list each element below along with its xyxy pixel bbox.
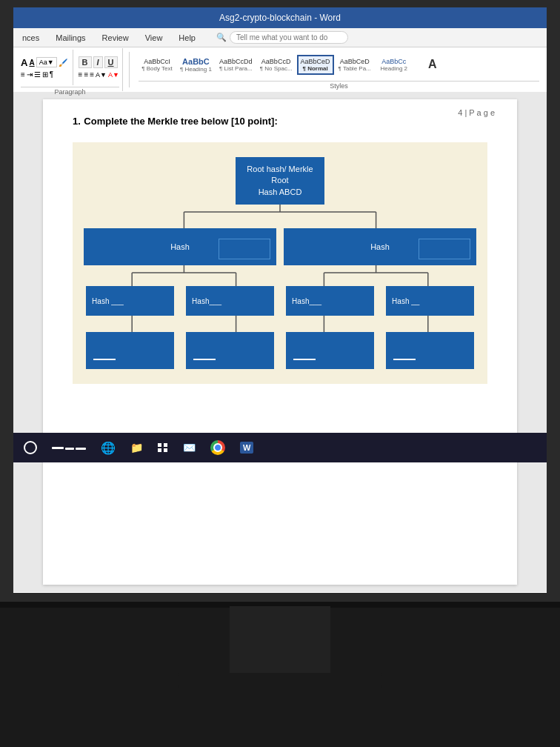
word-page: 4 | P a g e 1. Complete the Merkle tree … [43,99,517,585]
font-format-A: A [21,57,27,68]
format-icon[interactable]: ⊞ [42,70,48,79]
tab-review[interactable]: Review [99,30,132,45]
ribbon-group-styles: AaBbCcI ¶ Body Text AaBbC ¶ Heading 1 Aa… [136,48,542,91]
mail-icon: ✉️ [183,442,196,454]
style-nospac-label: ¶ No Spac... [260,65,293,72]
l2-right-inner-box [419,239,470,259]
tree-level2: Hash Hash [80,228,480,265]
divider2 [129,52,130,87]
edge-icon: 🌐 [101,441,116,455]
btn-bold[interactable]: B [79,56,92,68]
monitor: Asg2-crypto-blockchain - Word nces Maili… [0,0,560,608]
aa-button[interactable]: Aa▼ [36,57,57,67]
style-table-pa[interactable]: AaBbCeD ¶ Table Pa... [336,56,374,74]
root-line1: Root hash/ Merkle [247,164,313,175]
style-body-text[interactable]: AaBbCcI ¶ Body Text [139,56,176,74]
l2-right-wrapper: Hash [284,228,476,265]
tree-level4 [80,332,480,369]
document-title: Asg2-crypto-blockchain - Word [219,13,341,23]
root-line2: Root [247,175,313,186]
tab-mailings[interactable]: Mailings [53,30,88,45]
word-button[interactable]: W [236,439,258,456]
page-number: 4 | P a g e [458,108,495,117]
connector-svg-l3 [80,316,480,332]
style-list-preview: AaBbCcDd [219,58,253,65]
style-largeA-preview: A [428,58,437,71]
question-number: 1. [73,116,81,127]
tree-level-root: Root hash/ Merkle Root Hash ABCD [80,157,480,205]
style-body-text-label: ¶ Body Text [141,65,173,72]
ribbon-tabs: nces Mailings Review View Help 🔍 [13,28,547,47]
styles-label: Styles [139,81,539,90]
pilcrow-icon[interactable]: ¶ [50,70,53,79]
style-body-text-preview: AaBbCcI [144,58,170,65]
align-center[interactable]: ≡ [84,70,88,79]
leaf-line-0 [93,359,116,360]
page-content: 4 | P a g e 1. Complete the Merkle tree … [13,92,547,592]
node-l2-right: Hash [284,228,476,265]
search-button[interactable] [47,443,90,453]
grid-icon [158,443,168,452]
paragraph-controls: A A Aa▼ 🖌️ ≡ ⇥ ☰ ⊞ ¶ [21,50,119,85]
node-leaf-3 [386,332,474,369]
node-root: Root hash/ Merkle Root Hash ABCD [236,157,324,205]
font-color-btn[interactable]: A▼ [108,71,119,79]
search-input[interactable] [230,31,348,44]
style-no-spac[interactable]: AaBbCcD ¶ No Spac... [257,56,296,74]
l3-1-label: Hash___ [192,297,221,305]
style-heading1[interactable]: AaBbC ¶ Heading 1 [177,55,215,75]
style-tablePa-label: ¶ Table Pa... [339,65,371,72]
title-bar: Asg2-crypto-blockchain - Word [13,7,547,28]
align-right[interactable]: ≡ [90,70,94,79]
merkle-tree-container: Root hash/ Merkle Root Hash ABCD [73,142,487,384]
start-circle-icon [24,441,37,454]
style-heading2[interactable]: AaBbCc Heading 2 [376,56,413,74]
style-list-label: ¶ List Para... [219,65,253,72]
btn-italic[interactable]: I [93,56,103,68]
style-heading1-preview: AaBbC [182,57,210,66]
taskbar: 🌐 📁 ✉️ W [13,433,547,462]
leaf-line-2 [293,359,316,360]
chrome-icon [210,440,225,455]
btn-underline[interactable]: U [104,56,118,68]
style-tablePa-preview: AaBbCeD [340,58,370,65]
mail-button[interactable]: ✉️ [179,439,200,456]
highlight-btn[interactable]: A▼ [96,71,107,79]
tab-view[interactable]: View [142,30,166,45]
l3-0-label: Hash ___ [92,297,124,305]
style-large-A[interactable]: A [414,56,451,73]
style-normal[interactable]: AaBbCeD ¶ Normal [297,55,334,75]
paragraph-label: Paragraph [21,87,119,96]
ribbon-group-paragraph: A A Aa▼ 🖌️ ≡ ⇥ ☰ ⊞ ¶ [18,48,123,91]
indent-icon[interactable]: ⇥ [27,70,33,79]
align-left[interactable]: ≡ [79,70,83,79]
tab-help[interactable]: Help [176,30,199,45]
connector-l3-l4 [80,316,480,332]
tree-level3: Hash ___ Hash___ Hash___ Hash __ [80,286,480,316]
monitor-stand [230,606,330,673]
question-body: Complete the Merkle tree below [10 point… [84,116,278,127]
monitor-stand-base [178,673,382,688]
align-icon[interactable]: ≡ [21,70,25,79]
l2-right-label: Hash [370,242,390,251]
chrome-button[interactable] [206,437,230,458]
node-l3-3: Hash __ [386,286,474,316]
connector-root-l2 [80,205,480,228]
tab-nces[interactable]: nces [19,30,42,45]
style-heading2-preview: AaBbCc [381,58,406,65]
list-icon[interactable]: ☰ [34,70,41,79]
style-nospac-preview: AaBbCcD [261,58,291,65]
start-button[interactable] [19,438,41,457]
apps-button[interactable] [153,440,173,455]
search-icon: 🔍 [216,33,227,42]
edge-button[interactable]: 🌐 [96,438,120,458]
paint-icon: 🖌️ [59,59,67,67]
file-explorer-button[interactable]: 📁 [126,439,147,456]
style-list-para[interactable]: AaBbCcDd ¶ List Para... [216,56,256,74]
connector-l2-l3 [80,265,480,286]
style-normal-preview: AaBbCeD [301,58,330,65]
screen: Asg2-crypto-blockchain - Word nces Maili… [13,7,547,593]
node-l3-2: Hash___ [286,286,374,316]
search-taskbar-icon [52,446,86,450]
connector-svg-l2 [80,265,480,286]
